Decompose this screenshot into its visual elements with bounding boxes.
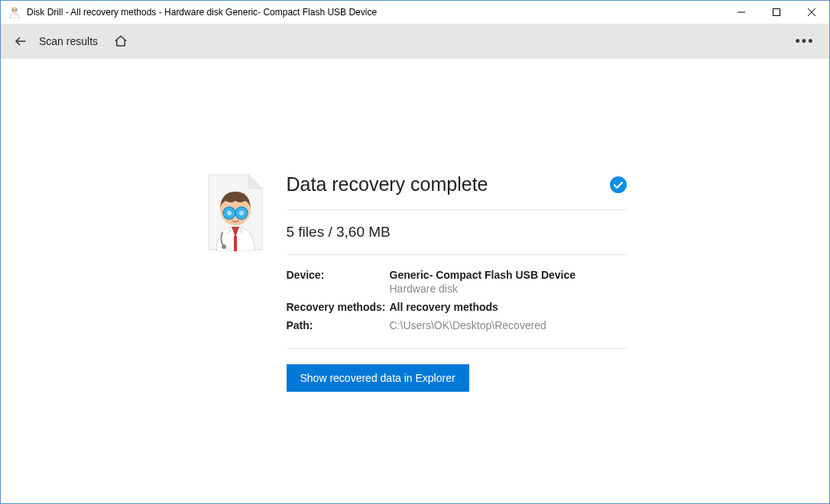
- svg-point-1: [12, 9, 14, 11]
- details-block: Device: Generic- Compact Flash USB Devic…: [287, 255, 627, 349]
- svg-rect-8: [234, 236, 237, 251]
- result-heading: Data recovery complete: [287, 173, 488, 195]
- path-row: Path: C:\Users\OK\Desktop\Recovered: [287, 316, 627, 334]
- window-controls: [724, 1, 829, 24]
- device-sub: Hardware disk: [390, 283, 627, 295]
- methods-value: All recovery methods: [390, 301, 627, 313]
- app-icon: [8, 6, 21, 18]
- window-title: Disk Drill - All recovery methods - Hard…: [27, 7, 724, 18]
- device-value: Generic- Compact Flash USB Device Hardwa…: [390, 269, 627, 295]
- page-label: Scan results: [39, 35, 98, 47]
- toolbar: Scan results •••: [1, 24, 829, 59]
- titlebar: Disk Drill - All recovery methods - Hard…: [1, 1, 829, 24]
- summary-text: 5 files / 3,60 MB: [287, 210, 627, 255]
- action-row: Show recovered data in Explorer: [287, 349, 627, 392]
- path-label: Path:: [287, 319, 390, 331]
- svg-point-15: [222, 244, 226, 249]
- app-window: Disk Drill - All recovery methods - Hard…: [0, 0, 830, 504]
- more-button[interactable]: •••: [791, 32, 819, 50]
- path-value: C:\Users\OK\Desktop\Recovered: [390, 319, 627, 331]
- heading-row: Data recovery complete: [287, 173, 627, 210]
- svg-point-16: [610, 176, 627, 193]
- show-in-explorer-button[interactable]: Show recovered data in Explorer: [287, 364, 469, 392]
- info-column: Data recovery complete 5 files / 3,60 MB…: [287, 173, 627, 392]
- success-check-icon: [610, 176, 627, 193]
- minimize-button[interactable]: [724, 1, 759, 24]
- device-row: Device: Generic- Compact Flash USB Devic…: [287, 266, 627, 298]
- back-button[interactable]: [11, 32, 30, 50]
- svg-point-13: [227, 211, 232, 215]
- result-panel: Data recovery complete 5 files / 3,60 MB…: [204, 173, 627, 392]
- methods-label: Recovery methods:: [287, 301, 390, 313]
- doctor-file-illustration: [204, 173, 267, 392]
- home-button[interactable]: [112, 32, 130, 50]
- content-area: Data recovery complete 5 files / 3,60 MB…: [1, 59, 829, 503]
- device-label: Device:: [287, 269, 390, 295]
- maximize-button[interactable]: [759, 1, 794, 24]
- svg-point-2: [15, 9, 17, 11]
- close-button[interactable]: [794, 1, 829, 24]
- device-name: Generic- Compact Flash USB Device: [390, 269, 576, 281]
- svg-point-14: [239, 211, 244, 215]
- methods-row: Recovery methods: All recovery methods: [287, 298, 627, 316]
- svg-rect-4: [773, 9, 780, 16]
